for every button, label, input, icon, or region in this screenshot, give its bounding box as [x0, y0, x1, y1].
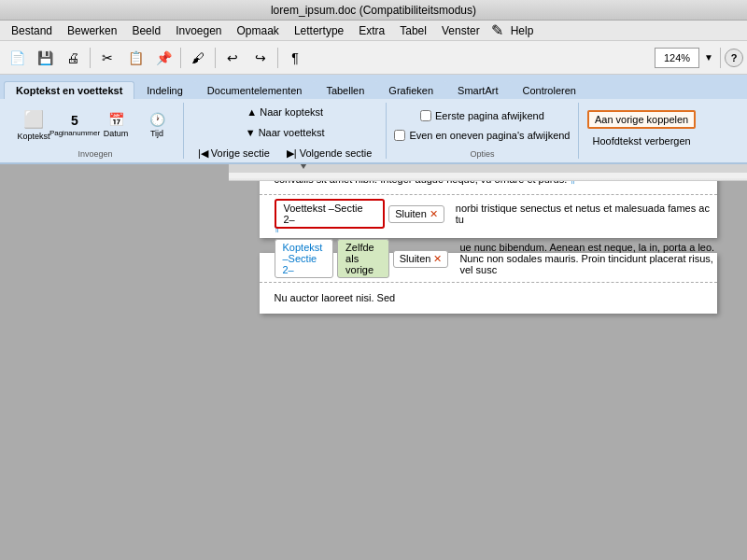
- undo-btn[interactable]: ↩: [219, 45, 246, 71]
- invoegen-group-label: Invoegen: [78, 147, 112, 159]
- aan-vorige-koppelen-btn[interactable]: Aan vorige koppelen: [587, 110, 696, 129]
- close-x-icon: ✕: [430, 208, 438, 220]
- ribbon-content: ⬜ Koptekst 5 Paginanummer 📅 Datum 🕐 Tijd…: [0, 99, 747, 162]
- save-btn[interactable]: 💾: [32, 45, 58, 71]
- vorige-sectie-label: Vorige sectie: [211, 147, 270, 159]
- vorige-sectie-btn[interactable]: |◀ Vorige sectie: [191, 144, 276, 162]
- sep5: [720, 48, 721, 68]
- even-oneven-label: Even en oneven pagina's afwijkend: [409, 130, 570, 141]
- format-btn[interactable]: 🖌: [185, 45, 211, 71]
- ribbon-tabs: Koptekst en voettekst Indeling Documente…: [0, 75, 747, 99]
- volgende-sectie-label: Volgende sectie: [300, 147, 373, 159]
- even-oneven-checkbox[interactable]: [394, 130, 405, 141]
- zoom-arrow[interactable]: ▼: [701, 45, 716, 71]
- same-as-badge[interactable]: Zelfde als vorige: [337, 239, 389, 278]
- naar-koptekst-icon: ▲: [247, 106, 257, 118]
- koptekst-label: Koptekst: [17, 132, 49, 141]
- redo-btn[interactable]: ↪: [247, 45, 274, 71]
- tab-smartart[interactable]: SmartArt: [445, 81, 510, 99]
- nav-row-2: ▼ Naar voettekst: [239, 123, 331, 142]
- header-close-x-icon: ✕: [433, 253, 442, 265]
- paginanummer-btn[interactable]: 5 Paginanummer: [56, 105, 93, 146]
- print-btn[interactable]: 🖨: [60, 45, 86, 71]
- koptekst-badge: Koptekst –Sectie 2–: [275, 239, 334, 278]
- tijd-label: Tijd: [150, 129, 163, 138]
- cut-btn[interactable]: ✂: [94, 45, 120, 71]
- zoom-input[interactable]: [655, 48, 699, 68]
- left-panel: [0, 181, 229, 560]
- tab-tabellen[interactable]: Tabellen: [314, 81, 376, 99]
- menu-help[interactable]: Help: [503, 22, 542, 39]
- header-close-label: Sluiten: [400, 253, 431, 264]
- page-1: Proin augue est, rutrum porttitor accums…: [260, 181, 717, 238]
- copy-btn[interactable]: 📋: [122, 45, 148, 71]
- ruler-svg: // ticks drawn via SVG text below: [229, 164, 747, 178]
- tijd-icon: 🕐: [149, 112, 165, 127]
- eerste-pagina-check[interactable]: Eerste pagina afwijkend: [420, 107, 544, 124]
- even-oneven-check[interactable]: Even en oneven pagina's afwijkend: [394, 127, 570, 144]
- nav-row-1: ▲ Naar koptekst: [240, 103, 330, 121]
- help-btn[interactable]: ?: [725, 49, 743, 67]
- naar-voettekst-icon: ▼: [246, 127, 256, 138]
- pilcrow-btn[interactable]: ¶: [282, 45, 308, 71]
- page2-text1: Nu auctor laoreet nisi. Sed: [275, 290, 702, 306]
- naar-voettekst-btn[interactable]: ▼ Naar voettekst: [239, 123, 331, 142]
- menu-opmaak[interactable]: Opmaak: [230, 22, 287, 39]
- sep3: [215, 48, 216, 68]
- menu-invoegen[interactable]: Invoegen: [168, 22, 229, 39]
- volgende-sectie-icon: ▶|: [287, 147, 297, 160]
- menu-lettertype[interactable]: Lettertype: [287, 22, 351, 39]
- datum-icon: 📅: [108, 112, 124, 127]
- ruler-inner: // ticks drawn via SVG text below: [229, 164, 747, 180]
- sep4: [277, 48, 278, 68]
- menu-extra[interactable]: Extra: [351, 22, 392, 39]
- volgende-sectie-btn[interactable]: ▶| Volgende sectie: [280, 144, 379, 162]
- footer-label-area: Voettekst –Sectie 2– Sluiten ✕ norbi tri…: [275, 199, 717, 229]
- sep1: [90, 48, 91, 68]
- koptekst-btn[interactable]: ⬜ Koptekst: [15, 105, 52, 146]
- opties-group-label: Opties: [470, 147, 494, 159]
- hoofdtekst-verbergen-btn[interactable]: Hoofdtekst verbergen: [586, 132, 698, 150]
- ribbon: Koptekst en voettekst Indeling Documente…: [0, 75, 747, 164]
- tab-grafieken[interactable]: Grafieken: [376, 81, 445, 99]
- menu-venster[interactable]: Venster: [434, 22, 487, 39]
- menu-bestand[interactable]: Bestand: [4, 22, 60, 39]
- tab-indeling[interactable]: Indeling: [134, 81, 195, 99]
- hoofdtekst-verbergen-label: Hoofdtekst verbergen: [593, 135, 691, 147]
- group-koppelen: Aan vorige koppelen Hoofdtekst verbergen: [579, 103, 705, 159]
- voettekst-badge: Voettekst –Sectie 2–: [275, 199, 386, 229]
- pages-area: Proin augue est, rutrum porttitor accums…: [229, 181, 747, 560]
- footer-close-btn[interactable]: Sluiten ✕: [388, 205, 444, 223]
- group-opties: Eerste pagina afwijkend Even en oneven p…: [387, 103, 578, 159]
- header-content-text: ue nunc bibendum. Aenean est neque, la i…: [459, 242, 716, 275]
- tijd-btn[interactable]: 🕐 Tijd: [138, 105, 176, 146]
- footer-content-text: norbi tristique senectus et netus et mal…: [456, 203, 717, 225]
- eerste-pagina-label: Eerste pagina afwijkend: [435, 110, 544, 121]
- main-area: Proin augue est, rutrum porttitor accums…: [0, 181, 747, 560]
- tab-controleren[interactable]: Controleren: [510, 81, 587, 99]
- footer-close-label: Sluiten: [395, 208, 427, 219]
- menu-icon-pencil[interactable]: ✎: [491, 21, 503, 39]
- opties-btns: Eerste pagina afwijkend Even en oneven p…: [394, 103, 570, 147]
- page2-content: Nu auctor laoreet nisi. Sed: [260, 283, 717, 314]
- datum-btn[interactable]: 📅 Datum: [97, 105, 134, 146]
- koppelen-btns: Aan vorige koppelen Hoofdtekst verbergen: [586, 103, 698, 157]
- ruler: // ticks drawn via SVG text below: [229, 164, 747, 181]
- new-btn[interactable]: 📄: [4, 45, 30, 71]
- menu-bewerken[interactable]: Bewerken: [60, 22, 124, 39]
- tab-koptekst-voettekst[interactable]: Koptekst en voettekst: [4, 81, 134, 99]
- pilcrow1: ¶: [570, 181, 574, 185]
- naar-koptekst-btn[interactable]: ▲ Naar koptekst: [240, 103, 330, 121]
- tab-documentelementen[interactable]: Documentelementen: [195, 81, 315, 99]
- eerste-pagina-checkbox[interactable]: [420, 110, 431, 121]
- aan-vorige-koppelen-label: Aan vorige koppelen: [595, 114, 688, 125]
- header-close-btn[interactable]: Sluiten ✕: [393, 250, 449, 268]
- group-navigatie: ▲ Naar koptekst ▼ Naar voettekst |◀ Vori…: [184, 103, 387, 159]
- menu-beeld[interactable]: Beeld: [124, 22, 168, 39]
- menu-tabel[interactable]: Tabel: [392, 22, 434, 39]
- svg-rect-1: [229, 173, 747, 178]
- footer-zone: Voettekst –Sectie 2– Sluiten ✕ norbi tri…: [260, 194, 717, 238]
- navigatie-btns: ▲ Naar koptekst ▼ Naar voettekst |◀ Vori…: [191, 103, 378, 162]
- paste-btn[interactable]: 📌: [150, 45, 176, 71]
- page1-text2: Suspendisse eget purus at ipsum gravida …: [275, 181, 702, 187]
